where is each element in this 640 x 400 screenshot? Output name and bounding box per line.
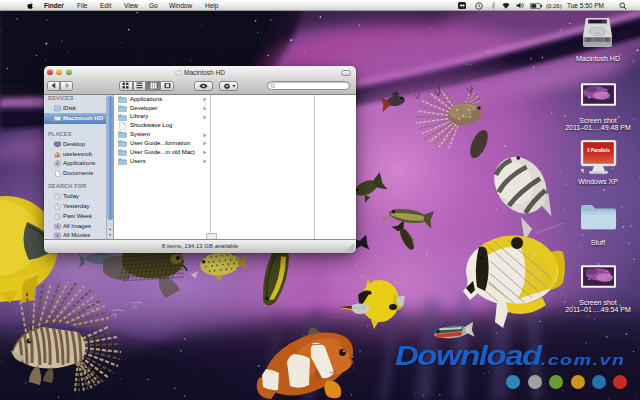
svg-text:‖ Parallels: ‖ Parallels <box>587 148 610 153</box>
